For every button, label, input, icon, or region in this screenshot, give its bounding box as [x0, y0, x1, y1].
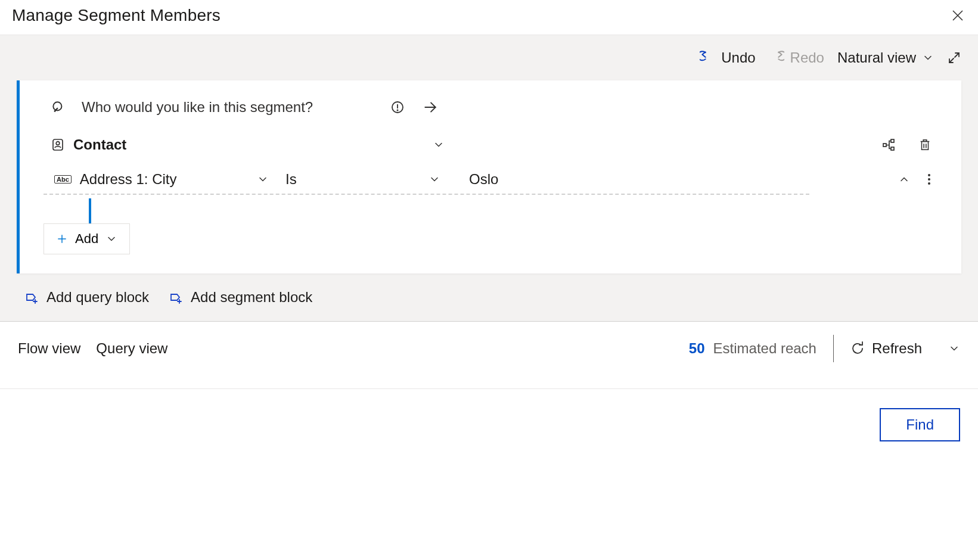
- add-segment-block-label: Add segment block: [191, 289, 312, 306]
- svg-point-12: [928, 174, 930, 176]
- field-selector[interactable]: Abc Address 1: City: [54, 171, 269, 188]
- operator-label: Is: [285, 171, 297, 188]
- chevron-down-icon: [105, 233, 117, 245]
- flow-view-link[interactable]: Flow view: [18, 340, 80, 357]
- query-view-link[interactable]: Query view: [96, 340, 167, 357]
- chevron-down-icon: [257, 173, 269, 185]
- entity-selector[interactable]: Contact: [51, 136, 445, 153]
- svg-rect-8: [891, 139, 894, 142]
- divider: [833, 335, 834, 362]
- fullscreen-button[interactable]: [947, 51, 961, 65]
- redo-icon: [769, 50, 784, 66]
- undo-button[interactable]: Undo: [700, 49, 755, 66]
- plus-icon: [56, 233, 68, 245]
- find-button[interactable]: Find: [880, 408, 960, 441]
- refresh-label: Refresh: [872, 340, 922, 357]
- add-segment-block-button[interactable]: Add segment block: [169, 289, 312, 306]
- delete-icon[interactable]: [918, 138, 932, 152]
- redo-button[interactable]: Redo: [769, 49, 824, 66]
- chevron-up-icon[interactable]: [898, 173, 910, 185]
- block-adders: Add query block Add segment block: [0, 277, 978, 321]
- chevron-down-icon: [429, 173, 440, 185]
- dialog-title: Manage Segment Members: [12, 6, 221, 25]
- add-condition-button[interactable]: Add: [44, 223, 130, 254]
- chevron-down-icon: [433, 139, 445, 151]
- reach-count: 50: [689, 340, 705, 357]
- view-mode-dropdown[interactable]: Natural view: [837, 49, 934, 66]
- condition-row: Abc Address 1: City Is Oslo: [20, 170, 961, 198]
- more-options-icon[interactable]: [927, 172, 932, 186]
- dialog-header: Manage Segment Members: [0, 0, 978, 35]
- manage-segment-dialog: Manage Segment Members Undo Redo Natural…: [0, 0, 978, 560]
- submit-arrow-icon[interactable]: [423, 99, 438, 115]
- svg-point-4: [397, 110, 398, 110]
- text-field-type-icon: Abc: [54, 175, 72, 183]
- svg-point-6: [56, 142, 60, 145]
- svg-point-14: [928, 182, 930, 185]
- designer-area: Undo Redo Natural view: [0, 35, 978, 321]
- flow-icon[interactable]: [881, 138, 896, 152]
- value-input[interactable]: Oslo: [469, 171, 498, 188]
- add-query-block-label: Add query block: [46, 289, 149, 306]
- field-label: Address 1: City: [80, 171, 177, 188]
- svg-rect-7: [883, 144, 886, 147]
- refresh-button[interactable]: Refresh: [850, 340, 922, 357]
- footer-bar: Flow view Query view 50 Estimated reach …: [0, 321, 978, 375]
- designer-toolbar: Undo Redo Natural view: [0, 35, 978, 80]
- view-mode-label: Natural view: [837, 49, 916, 66]
- entity-selector-row: Contact: [20, 130, 961, 170]
- undo-icon: [700, 50, 715, 66]
- svg-point-13: [928, 178, 930, 181]
- chevron-down-icon[interactable]: [948, 343, 960, 354]
- dialog-action-bar: Find: [0, 388, 978, 441]
- redo-label: Redo: [790, 49, 824, 66]
- add-label: Add: [75, 231, 98, 247]
- nl-search-input[interactable]: [80, 98, 372, 116]
- condition-divider: [44, 194, 809, 195]
- refresh-icon: [850, 341, 865, 356]
- chevron-down-icon: [922, 52, 934, 64]
- nl-search-row: [20, 80, 961, 130]
- query-block: Contact Abc Address 1: C: [17, 80, 961, 273]
- close-icon[interactable]: [951, 8, 965, 23]
- info-icon[interactable]: [390, 100, 405, 114]
- undo-label: Undo: [721, 49, 755, 66]
- search-icon: [51, 99, 66, 115]
- svg-rect-9: [891, 147, 894, 150]
- entity-label: Contact: [73, 136, 126, 153]
- operator-selector[interactable]: Is: [285, 171, 440, 188]
- connector-line: [74, 198, 961, 223]
- contact-icon: [51, 138, 65, 152]
- reach-label: Estimated reach: [713, 340, 816, 357]
- add-query-block-button[interactable]: Add query block: [25, 289, 149, 306]
